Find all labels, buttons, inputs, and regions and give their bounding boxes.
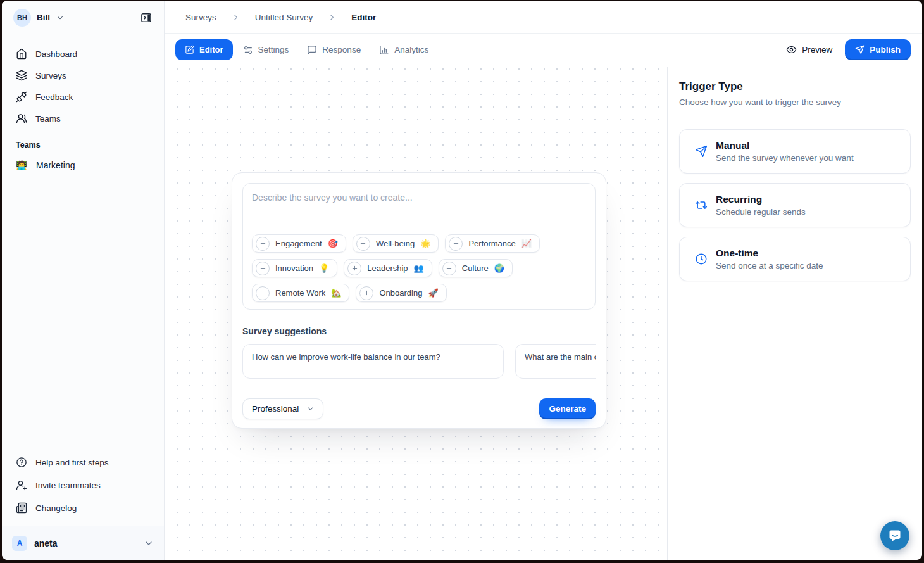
sidebar-item-surveys[interactable]: Surveys [9,65,156,86]
topic-chip-innovation[interactable]: Innovation 💡 [252,259,337,277]
plus-icon [347,262,361,275]
team-label: Marketing [36,160,75,170]
sidebar-item-changelog[interactable]: Changelog [9,497,156,519]
plus-icon [256,237,270,251]
chevron-down-icon [306,404,315,414]
sidebar-item-feedback[interactable]: Feedback [9,86,156,108]
sidebar-item-teams[interactable]: Teams [9,108,156,129]
tab-analytics[interactable]: Analytics [371,39,437,61]
preview-label: Preview [802,45,832,54]
trigger-option-manual[interactable]: Manual Send the survey whenever you want [679,129,911,174]
trigger-option-recurring[interactable]: Recurring Schedule regular sends [679,183,911,227]
user-menu[interactable]: A aneta [2,526,164,560]
editor-canvas[interactable]: Engagement 🎯 Well-being 🌟 Performance [165,67,667,560]
chip-label: Onboarding [379,288,422,298]
bar-chart-icon [379,45,389,55]
suggestion-card[interactable]: What are the main ob [515,344,596,379]
user-name: aneta [34,538,58,548]
trigger-description: Schedule regular sends [716,207,806,217]
home-icon [16,48,27,60]
workspace-avatar: BH [13,9,31,27]
trigger-title: One-time [716,248,823,259]
chip-label: Remote Work [275,288,325,298]
suggestion-card[interactable]: How can we improve work-life balance in … [242,344,504,379]
chat-launcher-button[interactable] [880,521,909,550]
sidebar-item-label: Help and first steps [35,458,109,467]
sidebar-team-marketing[interactable]: 🧑‍💻 Marketing [9,155,156,176]
eye-icon [786,44,797,55]
tab-label: Settings [258,45,289,54]
trigger-type-panel: Trigger Type Choose how you want to trig… [667,67,922,560]
plug-icon [16,91,27,103]
screen-frame: BH Bill Dashboard [0,0,924,563]
teams-section-label: Teams [9,141,156,149]
workspace-name: Bill [37,13,50,22]
plus-icon [359,286,373,300]
breadcrumb-current: Editor [351,13,376,22]
breadcrumb-surveys[interactable]: Surveys [185,13,216,22]
prompt-box: Engagement 🎯 Well-being 🌟 Performance [242,183,596,310]
topic-chip-engagement[interactable]: Engagement 🎯 [252,234,346,253]
trigger-option-one-time[interactable]: One-time Send once at a specific date [679,237,911,281]
chip-emoji: 🌟 [420,239,430,248]
sidebar-item-label: Feedback [35,92,73,102]
chip-label: Engagement [275,239,322,248]
chip-label: Well-being [376,239,415,248]
tab-response[interactable]: Response [299,39,369,61]
tone-select[interactable]: Professional [242,398,323,419]
breadcrumb-survey-title[interactable]: Untitled Survey [255,13,313,22]
plus-icon [256,286,270,300]
survey-prompt-input[interactable] [252,191,586,234]
chip-emoji: 🌍 [494,263,504,273]
chat-bubble-icon [887,528,902,543]
chevron-right-icon [231,13,240,22]
chip-label: Culture [462,263,489,273]
topic-chip-wellbeing[interactable]: Well-being 🌟 [353,234,439,253]
pen-square-icon [185,45,194,54]
preview-button[interactable]: Preview [786,44,832,55]
plus-icon [356,237,370,251]
repeat-icon [695,199,708,212]
plus-icon [449,237,463,251]
tone-value: Professional [252,404,299,414]
breadcrumb: Surveys Untitled Survey Editor [165,1,922,34]
tab-label: Analytics [394,45,428,54]
sidebar-item-label: Dashboard [35,49,77,59]
sliders-icon [243,45,253,55]
tab-editor[interactable]: Editor [175,39,233,60]
survey-composer-card: Engagement 🎯 Well-being 🌟 Performance [232,172,606,429]
chip-emoji: 🚀 [428,288,438,298]
topic-chip-remote-work[interactable]: Remote Work 🏡 [252,284,349,302]
tab-settings[interactable]: Settings [235,39,297,61]
sidebar-item-dashboard[interactable]: Dashboard [9,43,156,65]
sidebar: BH Bill Dashboard [2,1,165,560]
clock-icon [695,253,708,265]
chevron-down-icon [144,538,154,548]
sidebar-item-invite[interactable]: Invite teammates [9,474,156,497]
topic-chip-onboarding[interactable]: Onboarding 🚀 [356,284,446,302]
topic-chip-leadership[interactable]: Leadership 👥 [344,259,432,277]
publish-button[interactable]: Publish [845,39,911,60]
trigger-description: Send the survey whenever you want [716,153,854,163]
workspace-switcher[interactable]: BH Bill [2,1,164,34]
sidebar-item-label: Changelog [35,503,77,513]
topic-chip-performance[interactable]: Performance 📈 [445,234,540,253]
chip-emoji: 👥 [414,263,424,273]
sidebar-spacer [2,176,164,443]
layers-icon [16,70,27,81]
tab-label: Response [322,45,361,54]
generate-button[interactable]: Generate [539,398,596,419]
send-icon [855,45,865,54]
editor-content: Engagement 🎯 Well-being 🌟 Performance [165,67,922,560]
sidebar-item-label: Teams [35,114,61,123]
sidebar-collapse-button[interactable] [137,9,155,27]
chip-emoji: 🎯 [328,239,338,248]
topic-chip-culture[interactable]: Culture 🌍 [439,259,513,277]
chip-emoji: 💡 [319,263,329,273]
panel-title: Trigger Type [679,80,911,93]
trigger-title: Manual [716,140,854,151]
sidebar-footer: Help and first steps Invite teammates Ch… [2,443,164,526]
sidebar-item-help[interactable]: Help and first steps [9,451,156,474]
trigger-description: Send once at a specific date [716,261,823,270]
chevron-down-icon [56,13,65,22]
